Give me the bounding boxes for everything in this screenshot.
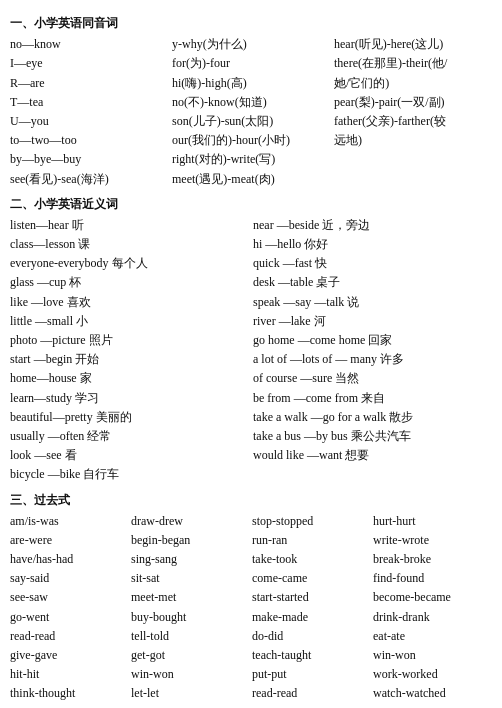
pt-r6-2: do-did <box>252 627 371 646</box>
h1-8: see(看见)-sea(海洋) <box>10 170 168 189</box>
s1-4: glass —cup 杯 <box>10 273 249 292</box>
pt-r3-0: say-said <box>10 569 129 588</box>
section3-title: 三、过去式 <box>10 491 492 510</box>
homophone-col2: y-why(为什么) for(为)-four hi(嗨)-high(高) no(… <box>172 35 330 189</box>
homophone-col1: no—know I—eye R—are T—tea U—you to—two—t… <box>10 35 168 189</box>
pt-r6-1: tell-told <box>131 627 250 646</box>
pt-r4-0: see-saw <box>10 588 129 607</box>
s2-4: desk —table 桌子 <box>253 273 492 292</box>
pt-r0-2: stop-stopped <box>252 512 371 531</box>
pt-r10-2: take-took <box>252 704 371 708</box>
pt-r10-3: want-wanted <box>373 704 492 708</box>
h2-6: our(我们的)-hour(小时) <box>172 131 330 150</box>
pt-r9-1: let-let <box>131 684 250 703</box>
s1-5: like —love 喜欢 <box>10 293 249 312</box>
h3-2: there(在那里)-their(他/ <box>334 54 492 73</box>
section-homophones: 一、小学英语同音词 no—know I—eye R—are T—tea U—yo… <box>10 14 492 189</box>
s1-3: everyone-everybody 每个人 <box>10 254 249 273</box>
s1-12: usually —often 经常 <box>10 427 249 446</box>
s2-7: go home —come home 回家 <box>253 331 492 350</box>
h2-3: hi(嗨)-high(高) <box>172 74 330 93</box>
pt-r7-0: give-gave <box>10 646 129 665</box>
pt-r8-0: hit-hit <box>10 665 129 684</box>
pt-r5-2: make-made <box>252 608 371 627</box>
s2-12: take a bus —by bus 乘公共汽车 <box>253 427 492 446</box>
s1-1: listen—hear 听 <box>10 216 249 235</box>
s2-5: speak —say —talk 说 <box>253 293 492 312</box>
homophone-grid: no—know I—eye R—are T—tea U—you to—two—t… <box>10 35 492 189</box>
h2-1: y-why(为什么) <box>172 35 330 54</box>
pt-r3-1: sit-sat <box>131 569 250 588</box>
s2-6: river —lake 河 <box>253 312 492 331</box>
h2-8: meet(遇见)-meat(肉) <box>172 170 330 189</box>
s1-8: start —begin 开始 <box>10 350 249 369</box>
h3-1: hear(听见)-here(这儿) <box>334 35 492 54</box>
s2-13: would like —want 想要 <box>253 446 492 465</box>
h1-6: to—two—too <box>10 131 168 150</box>
s1-9: home—house 家 <box>10 369 249 388</box>
s1-14: bicycle —bike 自行车 <box>10 465 249 484</box>
h2-4: no(不)-know(知道) <box>172 93 330 112</box>
section-synonyms: 二、小学英语近义词 listen—hear 听 class—lesson 课 e… <box>10 195 492 485</box>
s2-10: be from —come from 来自 <box>253 389 492 408</box>
pt-r2-0: have/has-had <box>10 550 129 569</box>
pt-r5-1: buy-bought <box>131 608 250 627</box>
s1-11: beautiful—pretty 美丽的 <box>10 408 249 427</box>
pt-r0-1: draw-drew <box>131 512 250 531</box>
section-past-tense: 三、过去式 am/is-was draw-drew stop-stopped h… <box>10 491 492 709</box>
pt-r6-0: read-read <box>10 627 129 646</box>
h3-2b: 她/它们的) <box>334 74 492 93</box>
h3-4: father(父亲)-farther(较 <box>334 112 492 131</box>
section2-title: 二、小学英语近义词 <box>10 195 492 214</box>
pt-r1-0: are-were <box>10 531 129 550</box>
pt-r10-1: make-made <box>131 704 250 708</box>
past-tense-4col: am/is-was draw-drew stop-stopped hurt-hu… <box>10 512 492 708</box>
h1-7: by—bye—buy <box>10 150 168 169</box>
s1-7: photo —picture 照片 <box>10 331 249 350</box>
h1-3: R—are <box>10 74 168 93</box>
s2-11: take a walk —go for a walk 散步 <box>253 408 492 427</box>
pt-r0-0: am/is-was <box>10 512 129 531</box>
s2-1: near —beside 近，旁边 <box>253 216 492 235</box>
pt-r1-3: write-wrote <box>373 531 492 550</box>
h1-1: no—know <box>10 35 168 54</box>
pt-r4-1: meet-met <box>131 588 250 607</box>
h2-2: for(为)-four <box>172 54 330 73</box>
s1-6: little —small 小 <box>10 312 249 331</box>
synonym-grid: listen—hear 听 class—lesson 课 everyone-ev… <box>10 216 492 485</box>
h3-3: pear(梨)-pair(一双/副) <box>334 93 492 112</box>
s2-9: of course —sure 当然 <box>253 369 492 388</box>
pt-r4-2: start-started <box>252 588 371 607</box>
pt-r8-3: work-worked <box>373 665 492 684</box>
pt-r9-3: watch-watched <box>373 684 492 703</box>
pt-r9-2: read-read <box>252 684 371 703</box>
pt-r7-1: get-got <box>131 646 250 665</box>
pt-r6-3: eat-ate <box>373 627 492 646</box>
s1-13: look —see 看 <box>10 446 249 465</box>
s2-2: hi —hello 你好 <box>253 235 492 254</box>
s2-8: a lot of —lots of — many 许多 <box>253 350 492 369</box>
pt-r8-1: win-won <box>131 665 250 684</box>
h3-4b: 远地) <box>334 131 492 150</box>
h2-5: son(儿子)-sun(太阳) <box>172 112 330 131</box>
pt-r5-0: go-went <box>10 608 129 627</box>
pt-r9-0: think-thought <box>10 684 129 703</box>
section1-title: 一、小学英语同音词 <box>10 14 492 33</box>
pt-r3-3: find-found <box>373 569 492 588</box>
pt-r2-1: sing-sang <box>131 550 250 569</box>
h2-7: right(对的)-write(写) <box>172 150 330 169</box>
pt-r8-2: put-put <box>252 665 371 684</box>
h1-4: T—tea <box>10 93 168 112</box>
page-container: 一、小学英语同音词 no—know I—eye R—are T—tea U—yo… <box>10 14 492 708</box>
pt-r7-3: win-won <box>373 646 492 665</box>
h1-5: U—you <box>10 112 168 131</box>
pt-r10-0: fall-fell <box>10 704 129 708</box>
synonym-col2: near —beside 近，旁边 hi —hello 你好 quick —fa… <box>253 216 492 485</box>
s1-2: class—lesson 课 <box>10 235 249 254</box>
synonym-col1: listen—hear 听 class—lesson 课 everyone-ev… <box>10 216 249 485</box>
pt-r2-3: break-broke <box>373 550 492 569</box>
pt-r0-3: hurt-hurt <box>373 512 492 531</box>
homophone-col3: hear(听见)-here(这儿) there(在那里)-their(他/ 她/… <box>334 35 492 189</box>
pt-r4-3: become-became <box>373 588 492 607</box>
pt-r3-2: come-came <box>252 569 371 588</box>
